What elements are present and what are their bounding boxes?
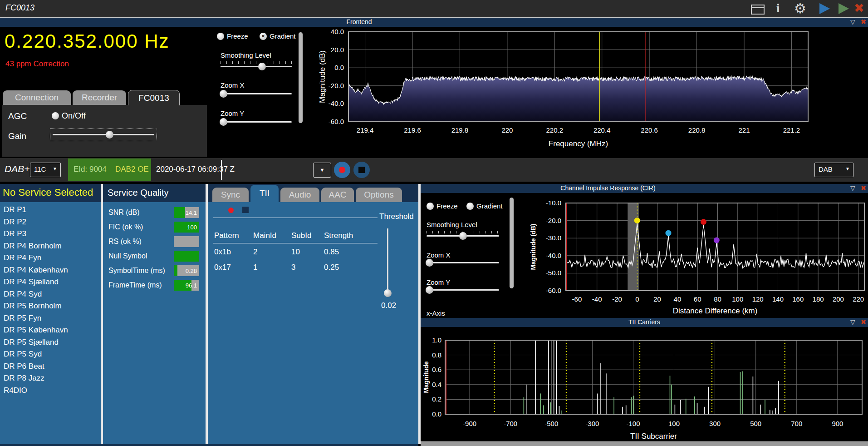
cir-close-icon[interactable]: ✖ xyxy=(861,184,866,192)
quality-value: 96.1 xyxy=(186,282,197,289)
service-item[interactable]: DR P2 xyxy=(0,216,101,228)
cir-smoothing-slider[interactable] xyxy=(427,235,499,237)
zoomx-slider[interactable] xyxy=(221,93,292,94)
gain-label: Gain xyxy=(8,131,26,141)
tii-cell: 0x1b xyxy=(214,248,231,257)
service-item[interactable]: DR P4 Syd xyxy=(0,288,101,301)
svg-text:-20.0: -20.0 xyxy=(546,217,561,224)
cir-zoomy-slider[interactable] xyxy=(427,289,499,291)
gain-slider[interactable] xyxy=(50,129,157,141)
bottom-strip xyxy=(0,444,418,446)
svg-text:0.0: 0.0 xyxy=(334,64,344,71)
svg-text:100: 100 xyxy=(732,295,743,303)
service-item[interactable]: DR P1 xyxy=(0,204,101,216)
tab-recorder[interactable]: Recorder xyxy=(73,90,126,105)
svg-text:40: 40 xyxy=(674,295,682,303)
cir-gradient-radio[interactable] xyxy=(466,203,474,210)
info-icon[interactable]: i xyxy=(776,1,780,15)
play-primary-icon[interactable] xyxy=(819,3,830,14)
cir-freeze-radio[interactable] xyxy=(427,203,434,210)
smoothing-slider[interactable] xyxy=(221,66,292,67)
service-quality-header: Service Quality xyxy=(103,184,206,202)
close-window-icon[interactable]: ✖ xyxy=(854,1,864,15)
horizontal-scrollbar[interactable] xyxy=(421,441,868,446)
service-item[interactable]: DR P4 Fyn xyxy=(0,252,101,264)
channel-select[interactable]: 11C ▼ xyxy=(30,163,61,177)
cir-zoomx-thumb[interactable] xyxy=(426,259,433,267)
record-button[interactable] xyxy=(334,162,350,178)
cir-header: Channel Impulse Response (CIR) ▽ ✖ xyxy=(421,184,868,193)
stop-button[interactable] xyxy=(353,162,370,178)
cir-freeze-label: Freeze xyxy=(436,202,458,210)
tab-options[interactable]: Options xyxy=(356,188,402,202)
service-item[interactable]: DR P3 xyxy=(0,228,101,240)
cir-zoomx-slider[interactable] xyxy=(427,262,499,263)
service-item[interactable]: DR P5 Syd xyxy=(0,348,101,361)
tii-collapse-icon[interactable]: ▽ xyxy=(850,318,855,326)
svg-text:40.0: 40.0 xyxy=(331,28,344,35)
service-quality-title: Service Quality xyxy=(108,188,169,198)
zoomy-slider-thumb[interactable] xyxy=(220,118,227,126)
svg-text:0.4: 0.4 xyxy=(432,381,441,388)
agc-radio[interactable] xyxy=(52,112,59,119)
frontend-collapse-icon[interactable]: ▽ xyxy=(850,18,855,25)
tii-cell: 10 xyxy=(291,248,300,257)
scan-dropdown-button[interactable]: ▼ xyxy=(313,163,331,178)
quality-row: Null Symbol xyxy=(103,250,206,263)
frontend-controls-scrollbar[interactable] xyxy=(299,32,303,123)
window-icon[interactable] xyxy=(751,5,765,15)
tii-stop-icon[interactable] xyxy=(242,207,249,213)
service-item[interactable]: R4DIO xyxy=(0,385,101,397)
svg-text:-10.0: -10.0 xyxy=(546,199,561,207)
stop-square-icon xyxy=(358,167,365,173)
svg-text:221.2: 221.2 xyxy=(783,126,800,134)
service-item[interactable]: DR P4 Bornholm xyxy=(0,240,101,253)
smoothing-slider-thumb[interactable] xyxy=(258,63,266,70)
quality-bar xyxy=(174,251,199,262)
service-item[interactable]: DR P4 Sjælland xyxy=(0,276,101,288)
cir-smoothing-thumb[interactable] xyxy=(459,232,467,240)
ppm-correction-label: 43 ppm Correction xyxy=(5,59,69,69)
tii-cell: 2 xyxy=(253,248,257,257)
service-item[interactable]: DR P6 Beat xyxy=(0,361,101,373)
service-item[interactable]: DR P5 København xyxy=(0,324,101,337)
tab-sync[interactable]: Sync xyxy=(212,188,249,202)
frontend-close-icon[interactable]: ✖ xyxy=(861,18,866,25)
svg-text:20.0: 20.0 xyxy=(331,46,344,54)
threshold-slider-thumb[interactable] xyxy=(384,289,392,297)
play-secondary-icon[interactable] xyxy=(839,3,849,14)
service-item[interactable]: DR P4 København xyxy=(0,264,101,277)
title-bar: FC0013 i ⚙ ✖ xyxy=(0,0,868,18)
svg-text:140: 140 xyxy=(772,295,784,303)
agc-onoff-label: On/Off xyxy=(62,111,86,121)
tab-audio[interactable]: Audio xyxy=(280,188,319,202)
zoomx-slider-thumb[interactable] xyxy=(220,90,227,98)
threshold-slider[interactable] xyxy=(387,228,388,293)
cir-zoomy-thumb[interactable] xyxy=(426,286,433,294)
tii-close-icon[interactable]: ✖ xyxy=(861,318,866,326)
svg-text:-30.0: -30.0 xyxy=(546,234,561,242)
service-item[interactable]: DR P5 Fyn xyxy=(0,312,101,325)
service-item[interactable]: DR P8 Jazz xyxy=(0,372,101,385)
dab-mode-label: DAB+ xyxy=(5,164,29,174)
tab-fc0013[interactable]: FC0013 xyxy=(128,90,180,105)
tii-record-icon[interactable] xyxy=(228,208,234,213)
tii-carriers-title: TII Carriers xyxy=(421,318,868,326)
gradient-radio[interactable]: ✕ xyxy=(260,33,267,40)
tab-aac[interactable]: AAC xyxy=(321,188,354,202)
cir-collapse-icon[interactable]: ▽ xyxy=(850,184,855,192)
svg-text:700: 700 xyxy=(791,420,802,427)
cir-controls-scrollbar[interactable] xyxy=(510,198,514,288)
zoomy-slider[interactable] xyxy=(221,121,292,123)
freeze-radio[interactable] xyxy=(217,33,224,40)
quality-label: SymbolTime (ms) xyxy=(108,267,165,275)
tab-connection[interactable]: Connection xyxy=(3,90,71,105)
band-select[interactable]: DAB ▼ xyxy=(814,163,853,177)
settings-gear-icon[interactable]: ⚙ xyxy=(794,0,806,16)
service-item[interactable]: DR P5 Bornholm xyxy=(0,300,101,312)
service-item[interactable]: DR P5 Sjælland xyxy=(0,337,101,349)
tab-tii[interactable]: TII xyxy=(250,185,279,202)
svg-text:Frequency (MHz): Frequency (MHz) xyxy=(549,139,608,148)
quality-row: SNR (dB) 14.1 xyxy=(103,207,206,219)
gain-slider-thumb[interactable] xyxy=(106,131,113,139)
